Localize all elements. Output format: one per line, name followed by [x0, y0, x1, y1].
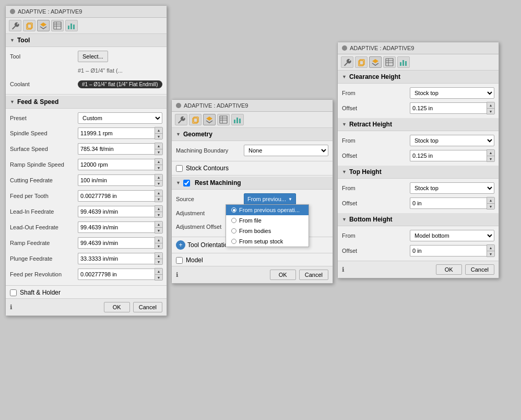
- ramp-feedrate-down[interactable]: ▼: [155, 243, 162, 249]
- middle-ok-button[interactable]: OK: [270, 270, 296, 280]
- plunge-feedrate-down[interactable]: ▼: [155, 259, 162, 264]
- top-height-header[interactable]: ▼ Top Height: [338, 166, 499, 179]
- right-info-icon: ℹ: [342, 266, 345, 273]
- left-cancel-button[interactable]: Cancel: [133, 302, 162, 312]
- top-from-select[interactable]: Stock top Model top Selected contour: [410, 182, 494, 194]
- shaft-holder-label: Shaft & Holder: [20, 289, 61, 296]
- bottom-offset-down[interactable]: ▼: [487, 251, 494, 256]
- stock-contours-checkbox[interactable]: [176, 165, 183, 172]
- source-dropdown-button[interactable]: From previou... ▼: [244, 193, 296, 205]
- middle-toolbar-chart-btn[interactable]: [231, 114, 244, 125]
- clearance-offset-up[interactable]: ▲: [487, 102, 494, 108]
- ramp-spindle-input[interactable]: [78, 159, 155, 170]
- middle-cancel-button[interactable]: Cancel: [299, 270, 328, 280]
- plunge-feedrate-up[interactable]: ▲: [155, 253, 162, 259]
- machining-boundary-label: Machining Boundary: [176, 147, 244, 154]
- lead-out-feedrate-input[interactable]: [78, 221, 155, 233]
- right-cancel-button[interactable]: Cancel: [465, 264, 494, 275]
- right-toolbar-copy-btn[interactable]: [355, 56, 368, 68]
- clearance-from-select[interactable]: Stock top Model top Selected contour: [410, 87, 494, 99]
- machining-boundary-select[interactable]: None Selection Model Stock: [244, 145, 328, 156]
- ramp-spindle-up[interactable]: ▲: [155, 159, 162, 165]
- retract-height-header[interactable]: ▼ Retract Height: [338, 118, 499, 131]
- spindle-speed-input[interactable]: [78, 127, 155, 139]
- dropdown-from-previous[interactable]: From previous operati...: [226, 205, 309, 215]
- right-toolbar-table-btn[interactable]: [383, 56, 396, 68]
- model-checkbox[interactable]: [176, 257, 183, 264]
- toolbar-copy-btn[interactable]: [23, 20, 35, 31]
- left-ok-button[interactable]: OK: [104, 302, 130, 312]
- surface-speed-input[interactable]: [78, 143, 155, 155]
- bottom-offset-input[interactable]: [410, 245, 487, 256]
- plunge-feedrate-input[interactable]: [78, 253, 155, 264]
- top-offset-input[interactable]: [410, 197, 487, 209]
- lead-out-feedrate-label: Lead-Out Feedrate: [10, 224, 78, 230]
- preset-select[interactable]: Custom: [78, 112, 162, 124]
- from-previous-label: From previous operati...: [239, 207, 300, 213]
- toolbar-table-btn[interactable]: [51, 20, 64, 31]
- tool-select-button[interactable]: Select...: [78, 51, 108, 62]
- top-from-label: From: [342, 185, 410, 191]
- toolbar-wrench-btn[interactable]: [9, 20, 21, 31]
- lead-in-feedrate-input[interactable]: [78, 206, 155, 217]
- clearance-from-label: From: [342, 90, 410, 96]
- shaft-holder-checkbox[interactable]: [10, 289, 17, 296]
- clearance-height-header[interactable]: ▼ Clearance Height: [338, 71, 499, 84]
- right-ok-button[interactable]: OK: [436, 264, 462, 275]
- feed-per-rev-input[interactable]: [78, 269, 155, 280]
- cutting-feedrate-down[interactable]: ▼: [155, 180, 162, 186]
- surface-speed-down[interactable]: ▼: [155, 149, 162, 155]
- lead-out-feedrate-up[interactable]: ▲: [155, 221, 162, 227]
- lead-in-feedrate-down[interactable]: ▼: [155, 212, 162, 217]
- ramp-feedrate-input[interactable]: [78, 237, 155, 249]
- tool-section-header[interactable]: ▼ Tool: [6, 34, 167, 47]
- feed-per-tooth-down[interactable]: ▼: [155, 196, 162, 202]
- retract-offset-input[interactable]: [410, 150, 487, 161]
- cutting-feedrate-up[interactable]: ▲: [155, 174, 162, 180]
- retract-offset-up[interactable]: ▲: [487, 150, 494, 156]
- right-toolbar-chart-btn[interactable]: [397, 56, 410, 68]
- feed-per-tooth-input[interactable]: [78, 190, 155, 202]
- spindle-speed-up[interactable]: ▲: [155, 127, 162, 133]
- middle-toolbar-copy-btn[interactable]: [189, 114, 202, 125]
- ramp-spindle-down[interactable]: ▼: [155, 165, 162, 170]
- bottom-from-row: From Model bottom Stock bottom Selected …: [342, 228, 494, 243]
- feed-speed-section-header[interactable]: ▼ Feed & Speed: [6, 96, 167, 109]
- dropdown-from-bodies[interactable]: From bodies: [226, 226, 309, 236]
- top-offset-up[interactable]: ▲: [487, 197, 494, 203]
- bottom-from-select[interactable]: Model bottom Stock bottom Selected conto…: [410, 230, 494, 241]
- lead-in-feedrate-up[interactable]: ▲: [155, 206, 162, 212]
- feed-per-rev-down[interactable]: ▼: [155, 274, 162, 280]
- top-offset-down[interactable]: ▼: [487, 203, 494, 209]
- lead-out-feedrate-down[interactable]: ▼: [155, 227, 162, 233]
- bottom-offset-up[interactable]: ▲: [487, 245, 494, 251]
- geometry-section-header[interactable]: ▼ Geometry: [172, 128, 333, 141]
- right-toolbar-wrench-btn[interactable]: [341, 56, 353, 68]
- rest-machining-header[interactable]: ▼ Rest Machining: [172, 177, 333, 190]
- svg-rect-25: [402, 60, 404, 66]
- feed-per-rev-up[interactable]: ▲: [155, 269, 162, 274]
- feed-per-tooth-up[interactable]: ▲: [155, 190, 162, 196]
- middle-toolbar-table-btn[interactable]: [217, 114, 230, 125]
- toolbar-chart-btn[interactable]: [65, 20, 78, 31]
- svg-rect-24: [400, 62, 401, 66]
- tool-orientation-add-btn[interactable]: +: [176, 240, 185, 250]
- bottom-height-header[interactable]: ▼ Bottom Height: [338, 213, 499, 226]
- spindle-speed-down[interactable]: ▼: [155, 133, 162, 139]
- mid-sep4: [172, 253, 333, 253]
- dropdown-from-file[interactable]: From file: [226, 215, 309, 226]
- clearance-offset-down[interactable]: ▼: [487, 108, 494, 114]
- ramp-feedrate-up[interactable]: ▲: [155, 237, 162, 243]
- retract-from-select[interactable]: Stock top Model top Selected contour: [410, 135, 494, 146]
- right-toolbar-layers-btn[interactable]: [369, 56, 382, 68]
- cutting-feedrate-input[interactable]: [78, 174, 155, 186]
- rest-machining-checkbox[interactable]: [183, 180, 190, 186]
- retract-offset-down[interactable]: ▼: [487, 156, 494, 161]
- dropdown-from-setup-stock[interactable]: From setup stock: [226, 236, 309, 247]
- middle-toolbar-wrench-btn[interactable]: [175, 114, 187, 125]
- retract-offset-spinner: ▲ ▼: [487, 149, 495, 162]
- surface-speed-up[interactable]: ▲: [155, 143, 162, 149]
- toolbar-layers-btn[interactable]: [37, 20, 50, 31]
- middle-toolbar-layers-btn[interactable]: [203, 114, 216, 125]
- clearance-offset-input[interactable]: [410, 102, 487, 114]
